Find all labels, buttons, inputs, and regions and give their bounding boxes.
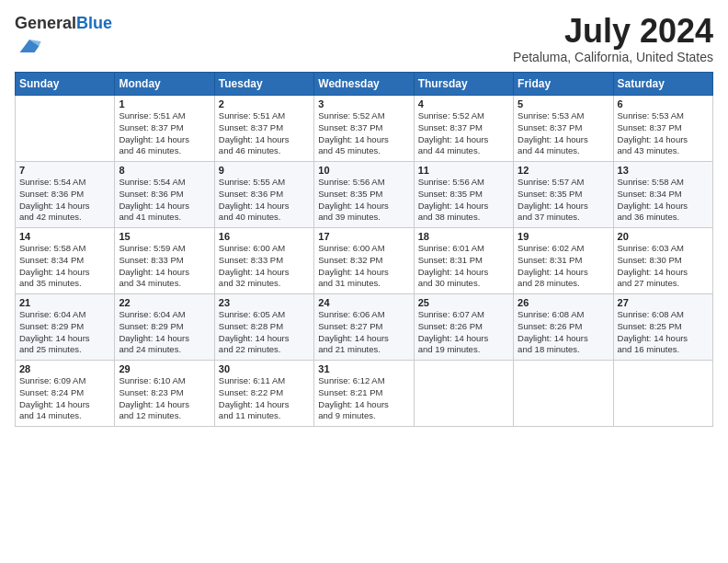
day-info: Sunrise: 5:51 AMSunset: 8:37 PMDaylight:… [219, 110, 310, 157]
day-number: 7 [19, 165, 110, 176]
day-number: 3 [318, 98, 409, 109]
header: GeneralBlue July 2024 Petaluma, Californ… [15, 15, 713, 64]
col-saturday: Saturday [613, 73, 712, 96]
day-number: 14 [19, 231, 110, 242]
title-month-year: July 2024 [513, 15, 713, 48]
logo-general: General [15, 14, 76, 32]
day-info: Sunrise: 6:08 AMSunset: 8:26 PMDaylight:… [518, 309, 609, 356]
calendar-cell: 20Sunrise: 6:03 AMSunset: 8:30 PMDayligh… [613, 228, 712, 294]
week-row-3: 14Sunrise: 5:58 AMSunset: 8:34 PMDayligh… [16, 228, 713, 294]
calendar-cell: 30Sunrise: 6:11 AMSunset: 8:22 PMDayligh… [214, 361, 313, 427]
logo-blue: Blue [76, 14, 112, 32]
day-info: Sunrise: 6:04 AMSunset: 8:29 PMDaylight:… [119, 309, 210, 356]
day-number: 19 [518, 231, 609, 242]
day-number: 24 [318, 297, 409, 308]
calendar-cell: 11Sunrise: 5:56 AMSunset: 8:35 PMDayligh… [414, 162, 513, 228]
col-sunday: Sunday [16, 73, 115, 96]
calendar-cell: 22Sunrise: 6:04 AMSunset: 8:29 PMDayligh… [115, 294, 214, 361]
calendar-cell [514, 361, 613, 427]
week-row-4: 21Sunrise: 6:04 AMSunset: 8:29 PMDayligh… [16, 294, 713, 361]
day-info: Sunrise: 6:00 AMSunset: 8:32 PMDaylight:… [318, 243, 409, 290]
day-number: 28 [19, 363, 110, 374]
day-number: 20 [618, 231, 709, 242]
day-number: 5 [518, 98, 609, 109]
calendar-cell: 18Sunrise: 6:01 AMSunset: 8:31 PMDayligh… [414, 228, 513, 294]
calendar-cell [16, 96, 115, 162]
day-info: Sunrise: 5:54 AMSunset: 8:36 PMDaylight:… [119, 177, 210, 224]
title-location: Petaluma, California, United States [513, 50, 713, 64]
day-info: Sunrise: 5:55 AMSunset: 8:36 PMDaylight:… [219, 177, 310, 224]
day-info: Sunrise: 6:00 AMSunset: 8:33 PMDaylight:… [219, 243, 310, 290]
day-info: Sunrise: 6:10 AMSunset: 8:23 PMDaylight:… [119, 375, 210, 422]
day-info: Sunrise: 5:56 AMSunset: 8:35 PMDaylight:… [418, 177, 509, 224]
day-number: 2 [219, 98, 310, 109]
logo-icon [17, 33, 42, 59]
calendar-cell [414, 361, 513, 427]
day-info: Sunrise: 6:03 AMSunset: 8:30 PMDaylight:… [618, 243, 709, 290]
col-friday: Friday [514, 73, 613, 96]
calendar-cell: 6Sunrise: 5:53 AMSunset: 8:37 PMDaylight… [613, 96, 712, 162]
day-number: 29 [119, 363, 210, 374]
calendar-cell: 23Sunrise: 6:05 AMSunset: 8:28 PMDayligh… [214, 294, 313, 361]
day-info: Sunrise: 5:56 AMSunset: 8:35 PMDaylight:… [318, 177, 409, 224]
calendar-cell: 9Sunrise: 5:55 AMSunset: 8:36 PMDaylight… [214, 162, 313, 228]
day-number: 10 [318, 165, 409, 176]
day-info: Sunrise: 6:06 AMSunset: 8:27 PMDaylight:… [318, 309, 409, 356]
calendar-cell: 19Sunrise: 6:02 AMSunset: 8:31 PMDayligh… [514, 228, 613, 294]
calendar-cell: 21Sunrise: 6:04 AMSunset: 8:29 PMDayligh… [16, 294, 115, 361]
day-number: 4 [418, 98, 509, 109]
title-block: July 2024 Petaluma, California, United S… [513, 15, 713, 64]
calendar-cell: 4Sunrise: 5:52 AMSunset: 8:37 PMDaylight… [414, 96, 513, 162]
day-info: Sunrise: 6:11 AMSunset: 8:22 PMDaylight:… [219, 375, 310, 422]
day-number: 11 [418, 165, 509, 176]
col-wednesday: Wednesday [314, 73, 414, 96]
calendar-cell: 13Sunrise: 5:58 AMSunset: 8:34 PMDayligh… [613, 162, 712, 228]
week-row-1: 1Sunrise: 5:51 AMSunset: 8:37 PMDaylight… [16, 96, 713, 162]
day-number: 26 [518, 297, 609, 308]
calendar-cell [613, 361, 712, 427]
calendar-cell: 28Sunrise: 6:09 AMSunset: 8:24 PMDayligh… [16, 361, 115, 427]
calendar-cell: 16Sunrise: 6:00 AMSunset: 8:33 PMDayligh… [214, 228, 313, 294]
day-number: 6 [618, 98, 709, 109]
page: GeneralBlue July 2024 Petaluma, Californ… [0, 0, 728, 563]
day-number: 25 [418, 297, 509, 308]
day-number: 12 [518, 165, 609, 176]
day-info: Sunrise: 6:01 AMSunset: 8:31 PMDaylight:… [418, 243, 509, 290]
day-info: Sunrise: 6:08 AMSunset: 8:25 PMDaylight:… [618, 309, 709, 356]
day-info: Sunrise: 5:51 AMSunset: 8:37 PMDaylight:… [119, 110, 210, 157]
day-number: 31 [318, 363, 409, 374]
header-row: Sunday Monday Tuesday Wednesday Thursday… [16, 73, 713, 96]
day-number: 18 [418, 231, 509, 242]
calendar-cell: 27Sunrise: 6:08 AMSunset: 8:25 PMDayligh… [613, 294, 712, 361]
day-info: Sunrise: 5:59 AMSunset: 8:33 PMDaylight:… [119, 243, 210, 290]
day-number: 1 [119, 98, 210, 109]
day-info: Sunrise: 6:05 AMSunset: 8:28 PMDaylight:… [219, 309, 310, 356]
day-number: 15 [119, 231, 210, 242]
calendar-cell: 2Sunrise: 5:51 AMSunset: 8:37 PMDaylight… [214, 96, 313, 162]
day-number: 17 [318, 231, 409, 242]
calendar-cell: 8Sunrise: 5:54 AMSunset: 8:36 PMDaylight… [115, 162, 214, 228]
logo: GeneralBlue [15, 15, 112, 63]
calendar-cell: 17Sunrise: 6:00 AMSunset: 8:32 PMDayligh… [314, 228, 414, 294]
day-info: Sunrise: 5:52 AMSunset: 8:37 PMDaylight:… [318, 110, 409, 157]
day-number: 9 [219, 165, 310, 176]
day-info: Sunrise: 6:09 AMSunset: 8:24 PMDaylight:… [19, 375, 110, 422]
day-number: 22 [119, 297, 210, 308]
calendar-cell: 14Sunrise: 5:58 AMSunset: 8:34 PMDayligh… [16, 228, 115, 294]
col-tuesday: Tuesday [214, 73, 313, 96]
day-info: Sunrise: 6:07 AMSunset: 8:26 PMDaylight:… [418, 309, 509, 356]
day-number: 8 [119, 165, 210, 176]
day-number: 23 [219, 297, 310, 308]
calendar-cell: 3Sunrise: 5:52 AMSunset: 8:37 PMDaylight… [314, 96, 414, 162]
calendar-cell: 12Sunrise: 5:57 AMSunset: 8:35 PMDayligh… [514, 162, 613, 228]
col-thursday: Thursday [414, 73, 513, 96]
calendar-cell: 24Sunrise: 6:06 AMSunset: 8:27 PMDayligh… [314, 294, 414, 361]
week-row-5: 28Sunrise: 6:09 AMSunset: 8:24 PMDayligh… [16, 361, 713, 427]
day-info: Sunrise: 5:53 AMSunset: 8:37 PMDaylight:… [518, 110, 609, 157]
day-info: Sunrise: 5:53 AMSunset: 8:37 PMDaylight:… [618, 110, 709, 157]
calendar-cell: 15Sunrise: 5:59 AMSunset: 8:33 PMDayligh… [115, 228, 214, 294]
day-info: Sunrise: 5:58 AMSunset: 8:34 PMDaylight:… [19, 243, 110, 290]
day-info: Sunrise: 6:04 AMSunset: 8:29 PMDaylight:… [19, 309, 110, 356]
calendar-cell: 29Sunrise: 6:10 AMSunset: 8:23 PMDayligh… [115, 361, 214, 427]
calendar-cell: 5Sunrise: 5:53 AMSunset: 8:37 PMDaylight… [514, 96, 613, 162]
